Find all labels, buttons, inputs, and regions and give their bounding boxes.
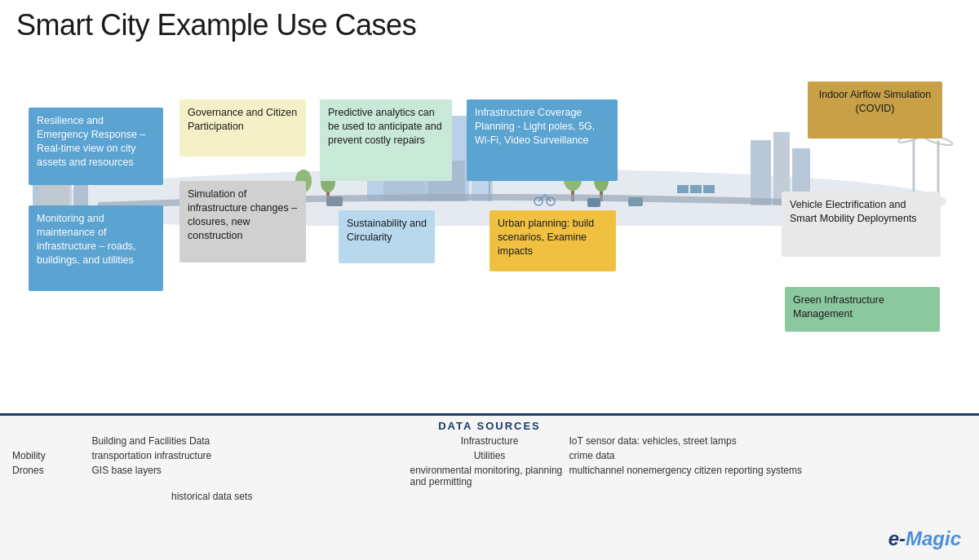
svg-rect-47	[677, 185, 689, 193]
ds-environmental: environmental monitoring, planning and p…	[410, 465, 569, 487]
ds-iot: IoT sensor data: vehicles, street lamps	[569, 435, 968, 447]
box-simulation: Simulation of infrastructure changes – c…	[179, 181, 306, 262]
box-sustainability: Sustainability and Circularity	[339, 210, 435, 263]
main-container: Smart City Example Use Cases	[0, 0, 979, 560]
logo: e-Magic	[888, 527, 961, 550]
ds-historical: historical data sets	[171, 491, 330, 502]
data-sources-grid: Building and Facilities Data Infrastruct…	[0, 435, 979, 502]
logo-magic: Magic	[906, 527, 961, 549]
box-infrastructure-coverage: Infrastructure Coverage Planning - Light…	[467, 99, 618, 181]
box-indoor-airflow: Indoor Airflow Simulation (COVID)	[808, 82, 942, 139]
box-resilience: Resilience and Emergency Response – Real…	[29, 108, 163, 185]
box-green-infrastructure: Green Infrastructure Management	[785, 287, 940, 332]
svg-rect-37	[587, 198, 600, 207]
svg-rect-20	[751, 140, 771, 205]
box-monitoring: Monitoring and maintenance of infrastruc…	[29, 205, 163, 291]
ds-utilities: Utilities	[410, 450, 569, 461]
box-urban-planning: Urban planning: build scenarios, Examine…	[490, 210, 616, 271]
data-sources-header: DATA SOURCES	[0, 416, 979, 435]
ds-multichannel: multichannel nonemergency citizen report…	[569, 465, 968, 487]
box-predictive: Predictive analytics can be used to anti…	[320, 99, 452, 181]
page-title: Smart City Example Use Cases	[16, 8, 963, 42]
svg-rect-36	[326, 196, 343, 206]
use-cases-area: Resilience and Emergency Response – Real…	[16, 49, 963, 359]
ds-infrastructure: Infrastructure	[410, 435, 569, 447]
box-vehicle-electrification: Vehicle Electrification and Smart Mobili…	[782, 192, 941, 257]
logo-e: e-	[888, 527, 906, 549]
ds-gis: GIS base layers	[92, 465, 251, 487]
ds-building-facilities: Building and Facilities Data	[92, 435, 331, 447]
ds-transport: transportation infrastructure	[92, 450, 331, 461]
svg-rect-38	[628, 197, 643, 206]
svg-rect-49	[703, 185, 715, 193]
ds-drones: Drones	[12, 465, 92, 487]
box-governance: Governance and Citizen Participation	[179, 99, 306, 157]
svg-rect-48	[690, 185, 702, 193]
ds-crime: crime data	[569, 450, 729, 461]
ds-mobility: Mobility	[12, 450, 92, 461]
